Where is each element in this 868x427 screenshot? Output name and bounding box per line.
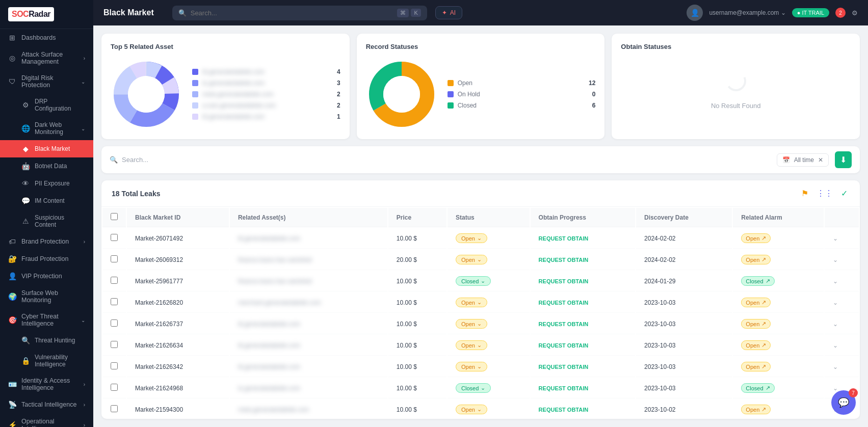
row-price: 10.00 $ bbox=[388, 335, 446, 356]
status-badge[interactable]: Open ⌄ bbox=[456, 233, 487, 243]
sidebar-item-dark-web[interactable]: 🌐 Dark Web Monitoring ⌄ bbox=[0, 117, 93, 140]
obtain-link[interactable]: REQUEST OBTAIN bbox=[539, 385, 589, 391]
status-badge[interactable]: Open ⌄ bbox=[456, 340, 487, 350]
obtain-link[interactable]: REQUEST OBTAIN bbox=[539, 278, 589, 284]
notification-badge[interactable]: 2 bbox=[835, 8, 846, 18]
row-checkbox[interactable] bbox=[111, 298, 118, 305]
status-badge[interactable]: Closed ⌄ bbox=[456, 276, 491, 286]
sidebar-item-identity-access[interactable]: 🪪 Identity & Access Intelligence › bbox=[0, 372, 93, 396]
ext-link-icon[interactable]: ↗ bbox=[761, 342, 766, 349]
export-button[interactable]: ⬇ bbox=[835, 151, 852, 168]
expand-icon[interactable]: ⌄ bbox=[833, 299, 838, 306]
clear-date-icon[interactable]: ✕ bbox=[818, 156, 823, 164]
row-checkbox-cell bbox=[102, 314, 126, 334]
ext-link-icon[interactable]: ↗ bbox=[761, 299, 766, 306]
expand-icon[interactable]: ⌄ bbox=[833, 342, 838, 349]
row-checkbox[interactable] bbox=[111, 362, 118, 369]
table-row: Market-26071492 tti.generatedabide.com 1… bbox=[102, 228, 859, 249]
alarm-badge[interactable]: Closed ↗ bbox=[741, 276, 774, 286]
expand-icon[interactable]: ⌄ bbox=[833, 321, 838, 328]
search-input[interactable] bbox=[191, 9, 393, 17]
sidebar-item-vip-protection[interactable]: 👤 VIP Protection bbox=[0, 268, 93, 285]
ext-link-icon[interactable]: ↗ bbox=[766, 278, 770, 284]
row-asset: tti.generatedabide.com bbox=[230, 314, 387, 334]
sidebar-item-im-content[interactable]: 💬 IM Content bbox=[0, 192, 93, 209]
alarm-badge[interactable]: Open ↗ bbox=[741, 233, 771, 243]
expand-icon[interactable]: ⌄ bbox=[833, 363, 838, 370]
sidebar-item-cyber-threat[interactable]: 🎯 Cyber Threat Intelligence ⌄ bbox=[0, 308, 93, 332]
row-checkbox[interactable] bbox=[111, 255, 118, 262]
row-obtain: REQUEST OBTAIN bbox=[531, 357, 635, 377]
sidebar-item-pii-exposure[interactable]: 👁 PII Exposure bbox=[0, 175, 93, 192]
obtain-link[interactable]: REQUEST OBTAIN bbox=[539, 364, 589, 370]
obtain-link[interactable]: REQUEST OBTAIN bbox=[539, 235, 589, 242]
alarm-badge[interactable]: Open ↗ bbox=[741, 405, 771, 414]
check-icon-btn[interactable]: ✓ bbox=[839, 186, 850, 200]
status-badge[interactable]: Open ⌄ bbox=[456, 405, 487, 414]
ai-button[interactable]: ✦ AI bbox=[435, 6, 462, 19]
ext-link-icon[interactable]: ↗ bbox=[761, 406, 766, 413]
select-all-checkbox[interactable] bbox=[111, 213, 118, 220]
sidebar-item-botnet-data[interactable]: 🤖 Botnet Data bbox=[0, 157, 93, 175]
filter-icon-btn[interactable]: ⚑ bbox=[799, 186, 810, 200]
row-checkbox[interactable] bbox=[111, 405, 118, 412]
alarm-badge[interactable]: Closed ↗ bbox=[741, 383, 774, 393]
ext-link-icon[interactable]: ↗ bbox=[761, 235, 766, 242]
obtain-link[interactable]: REQUEST OBTAIN bbox=[539, 321, 589, 327]
row-checkbox[interactable] bbox=[111, 341, 118, 348]
sidebar-item-drp-config[interactable]: ⚙ DRP Configuration bbox=[0, 93, 93, 117]
row-checkbox[interactable] bbox=[111, 277, 118, 284]
sidebar-item-tactical[interactable]: 📡 Tactical Intelligence › bbox=[0, 396, 93, 413]
row-alarm: Open ↗ bbox=[733, 399, 824, 419]
obtain-link[interactable]: REQUEST OBTAIN bbox=[539, 300, 589, 306]
row-checkbox[interactable] bbox=[111, 319, 118, 327]
alarm-badge[interactable]: Open ↗ bbox=[741, 319, 771, 329]
ext-link-icon[interactable]: ↗ bbox=[761, 321, 766, 327]
status-badge[interactable]: Open ⌄ bbox=[456, 298, 487, 307]
sidebar-item-surface-web[interactable]: 🌍 Surface Web Monitoring bbox=[0, 285, 93, 308]
obtain-link[interactable]: REQUEST OBTAIN bbox=[539, 257, 589, 263]
ext-link-icon[interactable]: ↗ bbox=[761, 256, 766, 263]
sidebar-item-digital-risk[interactable]: 🛡 Digital Risk Protection ⌄ bbox=[0, 70, 93, 93]
obtain-link[interactable]: REQUEST OBTAIN bbox=[539, 407, 589, 413]
pii-icon: 👁 bbox=[21, 179, 30, 188]
expand-icon[interactable]: ⌄ bbox=[833, 278, 838, 285]
alarm-badge[interactable]: Open ↗ bbox=[741, 298, 771, 307]
obtain-link[interactable]: REQUEST OBTAIN bbox=[539, 342, 589, 349]
ai-label: AI bbox=[450, 9, 456, 16]
sidebar-item-threat-hunting[interactable]: 🔍 Threat Hunting bbox=[0, 332, 93, 349]
sidebar-item-black-market[interactable]: ◆ Black Market bbox=[0, 140, 93, 157]
status-badge[interactable]: Closed ⌄ bbox=[456, 383, 491, 393]
columns-icon-btn[interactable]: ⋮⋮ bbox=[814, 186, 835, 200]
sidebar-item-fraud-protection[interactable]: 🔐 Fraud Protection bbox=[0, 250, 93, 268]
row-status: Open ⌄ bbox=[448, 357, 530, 377]
sidebar-item-attack-surface[interactable]: ◎ Attack Surface Management › bbox=[0, 46, 93, 70]
alarm-badge[interactable]: Open ↗ bbox=[741, 255, 771, 264]
settings-icon[interactable]: ⚙ bbox=[852, 9, 858, 17]
search-bar[interactable]: 🔍 ⌘ K bbox=[172, 6, 427, 20]
alarm-badge[interactable]: Open ↗ bbox=[741, 340, 771, 350]
status-badge[interactable]: Open ⌄ bbox=[456, 362, 487, 371]
ext-link-icon[interactable]: ↗ bbox=[761, 363, 766, 370]
date-filter[interactable]: 📅 All time ✕ bbox=[777, 153, 829, 167]
expand-icon[interactable]: ⌄ bbox=[833, 385, 838, 392]
sidebar-item-operational[interactable]: ⚡ Operational Intelligence › bbox=[0, 413, 93, 427]
alarm-badge[interactable]: Open ↗ bbox=[741, 362, 771, 371]
row-checkbox[interactable] bbox=[111, 234, 118, 241]
ext-link-icon[interactable]: ↗ bbox=[766, 385, 770, 391]
status-badge[interactable]: Open ⌄ bbox=[456, 319, 487, 329]
table-row: Market-26069312 finance.loans.has.vanish… bbox=[102, 250, 859, 270]
sidebar-item-brand-protection[interactable]: 🏷 Brand Protection › bbox=[0, 233, 93, 250]
chat-float-button[interactable]: 💬 7 bbox=[831, 390, 856, 415]
expand-icon[interactable]: ⌄ bbox=[833, 235, 838, 242]
row-checkbox[interactable] bbox=[111, 384, 118, 391]
expand-icon[interactable]: ⌄ bbox=[833, 256, 838, 263]
status-badge[interactable]: Open ⌄ bbox=[456, 255, 487, 264]
sidebar-item-suspicious[interactable]: ⚠ Suspicious Content bbox=[0, 209, 93, 233]
row-checkbox-cell bbox=[102, 292, 126, 313]
chevron-right-icon: ⌄ bbox=[81, 126, 85, 131]
sidebar-item-vuln-intel[interactable]: 🔒 Vulnerability Intelligence bbox=[0, 349, 93, 372]
filter-search-input[interactable] bbox=[122, 156, 771, 164]
sidebar-item-dashboards[interactable]: ⊞ Dashboards bbox=[0, 29, 93, 46]
row-status: Open ⌄ bbox=[448, 292, 530, 313]
